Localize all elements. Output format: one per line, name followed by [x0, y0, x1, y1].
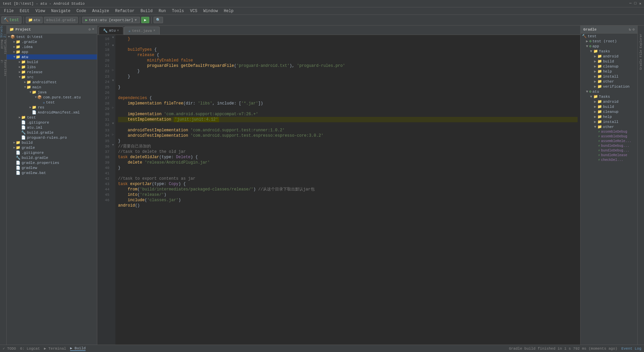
gradle-node-assemble-debug-1[interactable]: ⚡ assembleDebug — [581, 129, 637, 134]
tree-item-java[interactable]: ▼ 📁 java — [7, 90, 97, 95]
menu-item-code[interactable]: Code — [74, 8, 89, 14]
tree-item-atu[interactable]: ▼ 📁 atu — [7, 54, 97, 59]
tree-item-app[interactable]: ▶ 📁 app — [7, 49, 97, 54]
close-button[interactable]: ✕ — [639, 1, 641, 6]
gradle-node-atu-tasks[interactable]: ▼ 📁 Tasks — [581, 94, 637, 99]
tree-item-root-buildgradle[interactable]: ▶ 🔧 build.gradle — [7, 155, 97, 160]
gradle-node-assemble-debug-2[interactable]: ⚡ assembleDebug — [581, 134, 637, 139]
menu-item-tools[interactable]: Tools — [169, 8, 187, 14]
tree-item-atu-test[interactable]: ▶ 📁 test — [7, 115, 97, 120]
tree-item-package[interactable]: ▼ 📦 com.pure.test.atu — [7, 95, 97, 100]
terminal-tab[interactable]: ▶ Terminal — [44, 346, 66, 351]
tree-item-atu-gitignore[interactable]: ▶ 📄 .gitignore — [7, 120, 97, 125]
fold-marker-19[interactable]: ▼ — [111, 40, 115, 51]
tree-item-atu-src[interactable]: ▼ 📁 src — [7, 75, 97, 80]
fold-marker-42[interactable]: ▼ — [111, 142, 115, 148]
gradle-node-atu-android[interactable]: ▶ 📁 android — [581, 99, 637, 104]
gradle-node-app[interactable]: ▼ ⚙ app — [581, 44, 637, 49]
minimize-button[interactable]: ─ — [629, 1, 632, 6]
gradle-node-app-tasks[interactable]: ▼ 📁 Tasks — [581, 49, 637, 54]
menu-item-edit[interactable]: Edit — [17, 8, 32, 14]
run-button[interactable]: ▶ — [141, 17, 150, 23]
build-bottom-tab[interactable]: ▶ Build — [70, 346, 86, 351]
gradle-node-atu-cleanup[interactable]: ▶ 📁 cleanup — [581, 109, 637, 114]
menu-item-navigate[interactable]: Navigate — [48, 8, 73, 14]
tree-item-root-gitignore[interactable]: ▶ 📄 .gitignore — [7, 150, 97, 155]
tree-item-atu-libs[interactable]: ▶ 📁 libs — [7, 64, 97, 70]
tree-item-test-java[interactable]: ▶ ☕ test — [7, 100, 97, 105]
gradle-node-test[interactable]: 🔨 test — [581, 34, 637, 39]
build-variants-icon[interactable]: Build Variants — [1, 44, 6, 50]
menu-item-vcs[interactable]: VCS — [187, 8, 200, 14]
gradle-node-app-verification[interactable]: ▶ 📁 verification — [581, 84, 637, 89]
fold-marker-18[interactable]: ▼ — [111, 35, 115, 40]
tree-item-main[interactable]: ▼ 📁 main — [7, 85, 97, 90]
gradle-node-app-cleanup[interactable]: ▶ 📁 cleanup — [581, 64, 637, 69]
gradle-node-atu-help[interactable]: ▶ 📁 help — [581, 114, 637, 119]
code-content[interactable]: } buildTypes { release { minifyEnabled f… — [115, 35, 580, 345]
tree-item-build[interactable]: ▶ 📁 build — [7, 140, 97, 145]
gradle-refresh-icon[interactable]: ↻ — [629, 27, 631, 32]
gradle-node-app-build[interactable]: ▶ 📁 build — [581, 59, 637, 64]
logcat-tab[interactable]: 6: Logcat — [20, 347, 40, 351]
java-tab-close[interactable]: × — [153, 29, 155, 33]
tree-item-gradlew[interactable]: ▶ 📄 gradlew — [7, 165, 97, 170]
project-selector[interactable]: 🔨 test — [1, 16, 21, 24]
gradle-node-app-other[interactable]: ▶ 📁 other — [581, 79, 637, 84]
tab-test-java[interactable]: ☕ test.java × — [124, 27, 160, 35]
tree-item-gradle[interactable]: ▶ 📁 .gradle — [7, 39, 97, 44]
event-log-bottom[interactable]: Event Log — [622, 347, 641, 351]
tree-item-atu-release[interactable]: ▶ 📁 release — [7, 70, 97, 75]
atu-tab-close[interactable]: × — [117, 29, 119, 33]
project-close-icon[interactable]: × — [92, 27, 94, 32]
tree-item-androidtest[interactable]: ▶ 📁 androidTest — [7, 80, 97, 85]
maximize-button[interactable]: □ — [634, 1, 637, 6]
menu-item-run[interactable]: Run — [156, 8, 169, 14]
gradle-node-atu-build[interactable]: ▶ 📁 build — [581, 104, 637, 109]
tree-item-atu-buildgradle[interactable]: ▶ 🔧 build.gradle — [7, 130, 97, 135]
todo-tab[interactable]: ✓ TODO — [3, 346, 16, 351]
project-gear-icon[interactable]: ⚙ — [89, 27, 91, 32]
tree-item-res[interactable]: ▶ 📁 res — [7, 105, 97, 110]
gradle-node-atu-install[interactable]: ▶ 📁 install — [581, 119, 637, 124]
window-controls[interactable]: ─ □ ✕ — [629, 1, 641, 6]
tree-item-idea[interactable]: ▶ 📁 .idea — [7, 44, 97, 49]
gradle-node-assemble-release[interactable]: ⚡ assembleRele... — [581, 139, 637, 143]
module-selector[interactable]: 📁 atu — [26, 17, 43, 23]
menu-item-help[interactable]: Help — [221, 8, 236, 14]
gradle-settings-icon[interactable]: ⚙ — [632, 27, 635, 32]
gradle-node-atu[interactable]: ▼ ⚙ atu — [581, 89, 637, 94]
gradle-node-app-help[interactable]: ▶ 📁 help — [581, 69, 637, 74]
gradle-node-checkdel[interactable]: ⚡ checkDel... — [581, 158, 637, 162]
tree-item-gradlew-bat[interactable]: ▶ 📄 gradlew.bat — [7, 170, 97, 175]
tab-atu[interactable]: 🔧 atu × — [99, 27, 123, 35]
tree-item-gradle-properties[interactable]: ▶ 📄 gradle.properties — [7, 160, 97, 165]
fold-marker-39[interactable]: ▷ — [111, 132, 115, 137]
menu-item-window[interactable]: Window — [201, 8, 220, 14]
menu-item-file[interactable]: File — [1, 8, 16, 14]
fold-marker-25[interactable]: ▷ — [111, 67, 115, 73]
tree-item-atu-build[interactable]: ▶ 📁 build — [7, 59, 97, 64]
gradle-node-bundle-debug-1[interactable]: ⚡ bundleDebug... — [581, 143, 637, 148]
toolbar-search-button[interactable]: 🔍 — [154, 17, 163, 23]
fold-marker-34[interactable]: ▷ — [111, 105, 115, 110]
favorites-icon[interactable]: 2: Favorites — [1, 65, 6, 71]
gradle-node-atu-other[interactable]: ▼ 📁 other — [581, 124, 637, 129]
run-config-dropdown[interactable]: ▶ test:atu [exportJar] ▼ — [82, 17, 140, 23]
fold-marker-27[interactable]: ▼ — [111, 78, 115, 83]
gradle-explorer-tab[interactable]: Gradle File Explorer — [639, 34, 643, 70]
gradle-node-test-root[interactable]: ▶ ⚙ test (root) — [581, 39, 637, 44]
gradle-node-app-android[interactable]: ▶ 📁 android — [581, 54, 637, 59]
menu-item-view[interactable]: View — [33, 8, 48, 14]
tree-item-atu-proguard[interactable]: ▶ 📄 proguard-rules.pro — [7, 135, 97, 140]
structure-icon[interactable]: Z: Structure — [1, 27, 6, 32]
tree-item-test-project[interactable]: ▼ 📦 test D:\test — [7, 34, 97, 39]
tree-item-atu-iml[interactable]: ▶ 📄 atu.iml — [7, 125, 97, 130]
fold-marker-37[interactable]: ▼ — [111, 121, 115, 126]
menu-item-analyze[interactable]: Analyze — [90, 8, 112, 14]
tree-item-androidmanifest[interactable]: ▶ 📄 AndroidManifest.xml — [7, 110, 97, 115]
menu-item-refactor[interactable]: Refactor — [112, 8, 137, 14]
gradle-node-app-install[interactable]: ▶ 📁 install — [581, 74, 637, 79]
menu-item-build[interactable]: Build — [138, 8, 155, 14]
gradle-node-bundle-release[interactable]: ⚡ bundleRelease — [581, 153, 637, 158]
